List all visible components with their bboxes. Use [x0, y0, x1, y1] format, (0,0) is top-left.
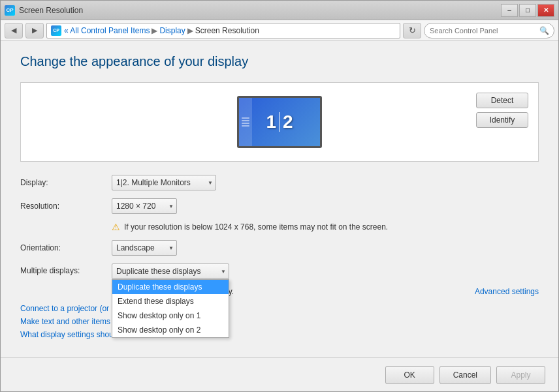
- monitor-preview: 1 2: [237, 96, 322, 148]
- resolution-row: Resolution: 1280 × 720 ▼: [20, 198, 539, 214]
- links-section: Connect to a projector (or press the Win…: [20, 304, 539, 339]
- refresh-button[interactable]: ↻: [403, 23, 421, 38]
- currently-row: This is currently you r main display. Ad…: [20, 287, 539, 296]
- search-box[interactable]: 🔍: [424, 23, 554, 38]
- multiple-displays-arrow-icon: ▼: [221, 269, 226, 275]
- orientation-dropdown[interactable]: Landscape ▼: [112, 240, 177, 256]
- search-icon: 🔍: [539, 26, 549, 35]
- window-icon: CP: [5, 5, 15, 16]
- title-bar: CP Screen Resolution – □ ✕: [1, 1, 558, 20]
- dropdown-item-only-1[interactable]: Show desktop only on 1: [112, 309, 229, 323]
- multiple-displays-row: Multiple displays: Duplicate these displ…: [20, 264, 539, 279]
- title-bar-left: CP Screen Resolution: [5, 5, 83, 16]
- monitor-numbers: 1 2: [266, 112, 293, 132]
- warning-row: ⚠ If your resolution is below 1024 x 768…: [112, 222, 539, 232]
- main-window: CP Screen Resolution – □ ✕ ◀ ▶ CP « All …: [0, 0, 559, 392]
- forward-button[interactable]: ▶: [25, 23, 44, 38]
- multiple-displays-dropdown[interactable]: Duplicate these displays ▼: [112, 264, 229, 279]
- bottom-bar: OK Cancel Apply: [1, 357, 558, 391]
- cancel-button[interactable]: Cancel: [439, 366, 491, 384]
- dropdown-item-only-2[interactable]: Show desktop only on 2: [112, 323, 229, 337]
- resolution-arrow-icon: ▼: [168, 204, 174, 209]
- page-title: Change the appearance of your display: [20, 54, 539, 69]
- connect-link-row: Connect to a projector (or press the Win…: [20, 304, 539, 313]
- monitor-sidebar: [239, 98, 252, 146]
- display-dropdown[interactable]: 1|2. Multiple Monitors ▼: [112, 175, 216, 190]
- breadcrumb-all-items[interactable]: « All Control Panel Items: [64, 26, 150, 35]
- warning-icon: ⚠: [112, 222, 120, 232]
- breadcrumb-screen-resolution: Screen Resolution: [195, 26, 259, 35]
- display-preview-box: 1 2 Detect Identify: [20, 82, 539, 162]
- address-field[interactable]: CP « All Control Panel Items ▶ Display ▶…: [46, 23, 400, 38]
- apply-button[interactable]: Apply: [496, 366, 545, 384]
- monitor-num-2: 2: [283, 112, 293, 132]
- minimize-button[interactable]: –: [501, 4, 518, 17]
- monitor-num-1: 1: [266, 112, 276, 132]
- identify-button[interactable]: Identify: [476, 112, 528, 128]
- multiple-displays-container: Duplicate these displays ▼ Duplicate the…: [112, 264, 229, 279]
- main-content: Change the appearance of your display 1 …: [1, 41, 558, 357]
- detect-identify-buttons: Detect Identify: [476, 93, 528, 128]
- resolution-dropdown[interactable]: 1280 × 720 ▼: [112, 198, 177, 214]
- displays-dropdown-popup: Duplicate these displays Extend these di…: [112, 279, 229, 338]
- warning-text: If your resolution is below 1024 x 768, …: [124, 222, 388, 232]
- address-bar: ◀ ▶ CP « All Control Panel Items ▶ Displ…: [1, 20, 558, 41]
- display-value: 1|2. Multiple Monitors: [116, 178, 191, 187]
- maximize-button[interactable]: □: [519, 4, 536, 17]
- orientation-arrow-icon: ▼: [168, 245, 174, 251]
- display-row: Display: 1|2. Multiple Monitors ▼: [20, 175, 539, 190]
- orientation-row: Orientation: Landscape ▼: [20, 240, 539, 256]
- multiple-displays-value: Duplicate these displays: [116, 267, 200, 276]
- close-button[interactable]: ✕: [537, 4, 554, 17]
- back-button[interactable]: ◀: [5, 23, 23, 38]
- ok-button[interactable]: OK: [385, 366, 434, 384]
- display-arrow-icon: ▼: [208, 180, 213, 186]
- resolution-label: Resolution:: [20, 202, 112, 211]
- multiple-displays-label: Multiple displays:: [20, 264, 112, 275]
- breadcrumb: « All Control Panel Items ▶ Display ▶ Sc…: [64, 26, 259, 35]
- title-controls: – □ ✕: [501, 4, 554, 17]
- breadcrumb-display[interactable]: Display: [159, 26, 185, 35]
- dropdown-item-duplicate[interactable]: Duplicate these displays: [112, 280, 229, 294]
- orientation-value: Landscape: [116, 243, 155, 252]
- resolution-value: 1280 × 720: [116, 202, 155, 211]
- dropdown-item-extend[interactable]: Extend these displays: [112, 294, 229, 309]
- make-text-link-row: Make text and other items larger or smal…: [20, 317, 539, 326]
- address-icon: CP: [51, 25, 61, 36]
- orientation-label: Orientation:: [20, 243, 112, 252]
- detect-button[interactable]: Detect: [476, 93, 528, 108]
- display-settings-link-row: What display settings should I choose?: [20, 330, 539, 339]
- advanced-settings-link[interactable]: Advanced settings: [475, 287, 539, 296]
- display-label: Display:: [20, 178, 112, 187]
- search-input[interactable]: [430, 27, 537, 35]
- window-title: Screen Resolution: [19, 6, 83, 15]
